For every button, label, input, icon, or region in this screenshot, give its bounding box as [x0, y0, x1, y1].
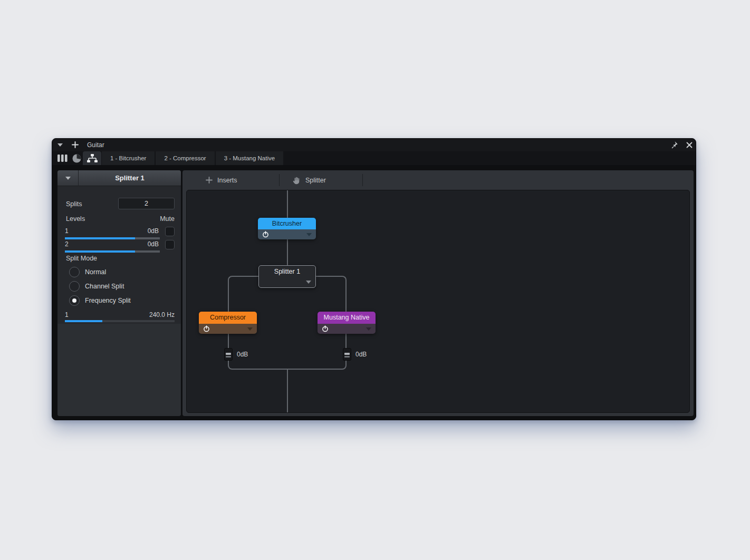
branch-2-level-value: 0dB: [355, 351, 367, 358]
chevron-down-icon[interactable]: [247, 327, 253, 331]
node-mustang-native[interactable]: Mustang Native: [318, 312, 376, 334]
level-1-slider[interactable]: [65, 237, 160, 239]
tab-mustang-native[interactable]: 3 - Mustang Native: [216, 151, 284, 165]
wire-branch-left: [228, 276, 258, 312]
tab-bitcrusher[interactable]: 1 - Bitcrusher: [102, 151, 155, 165]
node-compressor-label: Compressor: [199, 312, 257, 324]
node-compressor[interactable]: Compressor: [199, 312, 257, 334]
radio-label: Frequency Split: [85, 297, 131, 304]
add-plugin-icon[interactable]: [72, 141, 79, 148]
tab-inserts-label: Inserts: [217, 177, 237, 184]
routing-panel: Inserts Splitter: [182, 170, 694, 416]
toolbar: 1 - Bitcrusher 2 - Compressor 3 - Mustan…: [52, 151, 696, 165]
node-splitter-label: Splitter 1: [259, 266, 315, 278]
splitter-parameter-panel: Splitter 1 Splits 2 Levels Mute 1 0dB: [57, 170, 181, 416]
power-icon[interactable]: [262, 231, 269, 238]
channel-strip-icon[interactable]: [55, 151, 69, 165]
title-bar: Guitar: [52, 139, 696, 151]
chevron-down-icon: [65, 177, 71, 180]
radio-icon: [69, 295, 80, 306]
hand-icon: [292, 176, 301, 185]
panel-title: Splitter 1: [79, 170, 181, 186]
mute-label: Mute: [57, 215, 175, 223]
level-1-value: 0dB: [57, 227, 159, 235]
node-mustang-label: Mustang Native: [318, 312, 376, 324]
power-icon[interactable]: [203, 325, 210, 332]
splitter-tree-icon[interactable]: [83, 151, 101, 165]
window-title: Guitar: [87, 141, 104, 149]
branch-1-level-value: 0dB: [237, 351, 248, 358]
routing-tabs: Inserts Splitter: [182, 170, 694, 190]
routing-graph[interactable]: Bitcrusher Splitter 1 Compressor: [186, 190, 690, 413]
radio-icon: [69, 267, 80, 277]
wire-output: [287, 370, 288, 413]
split-mode-option-frequency-split[interactable]: Frequency Split: [69, 295, 131, 306]
frequency-value: 240.0 Hz: [57, 311, 175, 318]
panel-header: Splitter 1: [57, 170, 181, 186]
level-2-value: 0dB: [57, 240, 159, 248]
wire-input: [287, 190, 288, 218]
knob-pie-icon[interactable]: [70, 151, 83, 165]
close-icon[interactable]: [686, 142, 693, 148]
frequency-slider-fill: [65, 320, 102, 322]
radio-label: Channel Split: [85, 283, 124, 290]
panel-rows: Splits 2 Levels Mute 1 0dB 2 0dB: [57, 187, 181, 324]
chevron-down-icon[interactable]: [366, 327, 371, 331]
branch-1-level-fader[interactable]: [224, 348, 233, 361]
plugin-tabs: 1 - Bitcrusher 2 - Compressor 3 - Mustan…: [102, 151, 283, 165]
chevron-down-icon[interactable]: [306, 233, 312, 236]
tab-splitter-label: Splitter: [305, 177, 326, 184]
level-1-mute-checkbox[interactable]: [165, 227, 175, 236]
node-bitcrusher-label: Bitcrusher: [258, 218, 316, 229]
level-2-slider[interactable]: [65, 250, 160, 253]
node-splitter[interactable]: Splitter 1: [258, 265, 316, 288]
radio-label: Normal: [85, 268, 106, 276]
radio-icon: [69, 281, 80, 292]
tab-inserts[interactable]: Inserts: [206, 177, 237, 184]
plugin-chain-window: Guitar 1 - Bitcrusher 2 - Compressor 3: [52, 138, 696, 420]
split-mode-label: Split Mode: [66, 255, 97, 262]
level-1-slider-fill: [65, 237, 135, 239]
pin-icon[interactable]: [670, 141, 678, 149]
frequency-slider[interactable]: [65, 320, 175, 322]
wire-bitcrusher-to-splitter: [287, 239, 288, 266]
power-icon[interactable]: [322, 325, 329, 332]
node-bitcrusher[interactable]: Bitcrusher: [258, 218, 316, 239]
window-dropdown-icon[interactable]: [57, 143, 63, 147]
level-2-slider-fill: [65, 250, 135, 253]
plus-icon: [206, 177, 213, 184]
split-mode-option-channel-split[interactable]: Channel Split: [69, 281, 124, 292]
split-mode-option-normal[interactable]: Normal: [69, 267, 106, 277]
chevron-down-icon[interactable]: [306, 281, 311, 284]
panel-dropdown-button[interactable]: [57, 170, 79, 186]
splits-value-field[interactable]: 2: [118, 198, 175, 209]
branch-2-level-fader[interactable]: [343, 348, 351, 361]
tab-divider: [362, 174, 363, 186]
splits-label: Splits: [66, 200, 82, 208]
panel-body: Splits 2 Levels Mute 1 0dB 2 0dB: [57, 187, 181, 416]
tab-splitter[interactable]: Splitter: [292, 176, 326, 185]
wire-branch-right: [316, 276, 347, 312]
window-content: Splitter 1 Splits 2 Levels Mute 1 0dB: [52, 165, 696, 420]
tab-compressor[interactable]: 2 - Compressor: [156, 151, 214, 165]
tab-divider: [279, 174, 280, 186]
level-2-mute-checkbox[interactable]: [165, 240, 175, 249]
